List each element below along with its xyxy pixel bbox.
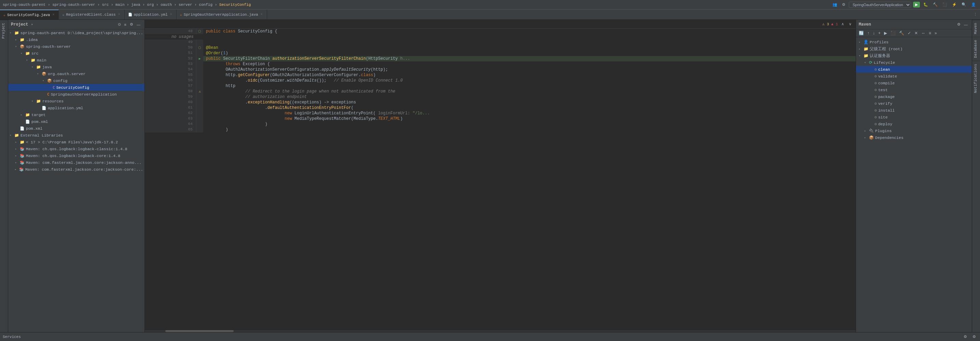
bc-config[interactable]: config	[199, 3, 212, 7]
next-error-btn[interactable]: ∨	[848, 21, 853, 27]
prev-error-btn[interactable]: ∧	[840, 21, 845, 27]
status-bar-right: ⚙ ⚙	[962, 334, 977, 339]
bc-src[interactable]: src	[102, 3, 109, 7]
maven-item-install[interactable]: ⚙install	[856, 107, 972, 114]
tree-item-java[interactable]: ▾📁java	[8, 63, 145, 70]
maven-refresh-btn[interactable]: 🔄	[858, 30, 865, 36]
tree-item-jackson-core[interactable]: ▸📚Maven: com.fasterxml.jackson.core:jack…	[8, 166, 145, 173]
maven-tree[interactable]: ▸👤Profiles▸📁父级工程 (root)▾📁认证服务器▾⟳Lifecycl…	[856, 37, 972, 332]
tree-item-config[interactable]: ▾📦config	[8, 77, 145, 84]
bc-spring-oauth-parent[interactable]: spring-oauth-parent	[3, 3, 45, 7]
status-settings-btn[interactable]: ⚙	[962, 334, 968, 339]
maven-down-btn[interactable]: ↓	[871, 30, 876, 36]
maven-item-verify[interactable]: ⚙verify	[856, 100, 972, 107]
maven-item-clean[interactable]: ⚙clean	[856, 66, 972, 73]
project-collapse-btn[interactable]: ≡	[123, 22, 128, 27]
maven-settings-btn[interactable]: ⚙	[956, 22, 962, 27]
maven-minimize-btn[interactable]: —	[963, 22, 969, 27]
bc-spring-oauth-server[interactable]: spring-oauth-server	[52, 3, 95, 7]
project-minimize-btn[interactable]: —	[135, 22, 142, 27]
nav-tools-btn[interactable]: ⚙	[841, 2, 847, 8]
tree-item-application.yml[interactable]: 📄application.yml	[8, 105, 145, 111]
tree-item-ext-libs[interactable]: ▾📁External Libraries	[8, 132, 145, 139]
coverage-button[interactable]: 🔨	[932, 2, 939, 8]
tree-item-pom-parent[interactable]: 📄pom.xml	[8, 125, 145, 132]
debug-button[interactable]: 🐛	[922, 2, 929, 8]
tree-item-spring-oauth-server[interactable]: ▾📦spring-oauth-server	[8, 43, 145, 50]
maven-add-btn[interactable]: +	[877, 30, 882, 36]
tree-item-org-oauth-server[interactable]: ▾📦org.oauth.server	[8, 70, 145, 77]
maven-item-test[interactable]: ⚙test	[856, 86, 972, 93]
maven-close-btn[interactable]: ✕	[913, 30, 919, 36]
panel-dropdown-arrow[interactable]: ▾	[31, 22, 33, 27]
side-tab-project[interactable]: Project	[0, 20, 8, 41]
tree-item-logback-classic[interactable]: ▸📚Maven: ch.qos.logback:logback-classic:…	[8, 146, 145, 152]
side-tab-notifications[interactable]: Notifications	[972, 61, 980, 96]
side-tab-maven[interactable]: Maven	[972, 20, 980, 37]
tree-item-idea[interactable]: ▸📁.idea	[8, 36, 145, 43]
maven-item-profiles[interactable]: ▸👤Profiles	[856, 38, 972, 45]
build-button[interactable]: ⚡	[951, 2, 958, 8]
bc-server[interactable]: server	[179, 3, 192, 7]
maven-item-dependencies[interactable]: ▸📦Dependencies	[856, 134, 972, 141]
maven-item-auth-server[interactable]: ▾📁认证服务器	[856, 52, 972, 59]
maven-item-compile[interactable]: ⚙compile	[856, 79, 972, 86]
project-sync-btn[interactable]: ⊙	[116, 22, 122, 27]
tab-close-0[interactable]: ×	[52, 13, 55, 17]
tab-securityconfig[interactable]: ☕ SecurityConfig.java ×	[0, 10, 59, 19]
profile-button[interactable]: 👤	[970, 2, 977, 8]
maven-up-btn[interactable]: ↑	[866, 30, 871, 36]
maven-item-deploy[interactable]: ⚙deploy	[856, 121, 972, 127]
side-tab-database[interactable]: Database	[972, 37, 980, 61]
tree-item-target[interactable]: ▸📁target	[8, 111, 145, 118]
tree-item-SpringOauthServerApplication[interactable]: CSpringOauthServerApplication	[8, 91, 145, 98]
maven-list-btn[interactable]: ≡	[928, 30, 932, 36]
tab-applicationyml[interactable]: 📄 application.yml ×	[125, 10, 177, 19]
tree-item-src[interactable]: ▾📁src	[8, 50, 145, 57]
code-line-55: 55 http.getConfigurer(OAuth2Authorizatio…	[145, 72, 856, 78]
tab-close-1[interactable]: ×	[118, 12, 121, 17]
maven-transfer-btn[interactable]: ↔	[920, 30, 927, 36]
maven-item-plugins[interactable]: ▸🔌Plugins	[856, 127, 972, 134]
maven-stop-btn[interactable]: ⬛	[889, 30, 897, 36]
maven-run-btn[interactable]: ▶	[883, 30, 888, 36]
bc-oauth[interactable]: oauth	[161, 3, 172, 7]
maven-build-btn[interactable]: 🔨	[898, 30, 905, 36]
tree-item-jdk17[interactable]: ▸📁< 17 > C:\Program Files\Java\jdk-17.0.…	[8, 139, 145, 146]
project-tree[interactable]: ▾📁spring-oauth-parent D:\idea_project\sp…	[8, 29, 145, 332]
tree-item-spring-oauth-parent[interactable]: ▾📁spring-oauth-parent D:\idea_project\sp…	[8, 29, 145, 36]
maven-item-site[interactable]: ⚙site	[856, 114, 972, 121]
tree-item-main[interactable]: ▾📁main	[8, 57, 145, 63]
tab-close-3[interactable]: ×	[260, 12, 263, 17]
status-settings-btn2[interactable]: ⚙	[971, 334, 977, 339]
run-button[interactable]: ▶	[913, 2, 920, 8]
maven-item-parent-root[interactable]: ▸📁父级工程 (root)	[856, 45, 972, 52]
bc-java[interactable]: java	[131, 3, 140, 7]
bc-org[interactable]: org	[147, 3, 154, 7]
bc-main[interactable]: main	[115, 3, 124, 7]
code-editor[interactable]: 48⬡public class SecurityConfig {no usage…	[145, 29, 856, 329]
maven-more-btn[interactable]: »	[933, 30, 938, 36]
run-config-selector[interactable]: SpringOauthServerApplication	[849, 2, 911, 8]
maven-item-package[interactable]: ⚙package	[856, 93, 972, 100]
panel-header: Project ▾ ⊙ ≡ ⚙ —	[8, 20, 145, 29]
tab-close-2[interactable]: ×	[169, 12, 173, 17]
project-settings-btn[interactable]: ⚙	[129, 22, 135, 27]
tree-item-jackson-annot[interactable]: ▸📚Maven: com.fasterxml.jackson.core:jack…	[8, 159, 145, 166]
search-everywhere-button[interactable]: 🔍	[960, 2, 968, 8]
tree-item-SecurityConfig[interactable]: CSecurityConfig	[8, 84, 145, 91]
services-label[interactable]: Services	[3, 335, 21, 339]
tab-expand-btn[interactable]: ⋮	[972, 12, 978, 17]
gutter-run[interactable]: ▶	[199, 57, 201, 61]
tree-item-pom-server[interactable]: 📄pom.xml	[8, 118, 145, 125]
tree-item-resources[interactable]: ▾📁resources	[8, 98, 145, 105]
nav-persons-btn[interactable]: 👥	[831, 2, 838, 8]
tab-registeredclient[interactable]: ☕ RegisteredClient.class ×	[59, 10, 124, 19]
maven-item-validate[interactable]: ⚙validate	[856, 73, 972, 79]
maven-item-lifecycle[interactable]: ▾⟳Lifecycle	[856, 59, 972, 66]
tree-item-logback-core[interactable]: ▸📚Maven: ch.qos.logback:logback-core:1.4…	[8, 152, 145, 159]
maven-check-btn[interactable]: ✓	[906, 30, 912, 36]
editor-scrollbar[interactable]	[145, 329, 856, 332]
tab-springoauthapp[interactable]: ☕ SpringOauthServerApplication.java ×	[177, 10, 267, 19]
stop-button[interactable]: ⬛	[941, 2, 948, 8]
